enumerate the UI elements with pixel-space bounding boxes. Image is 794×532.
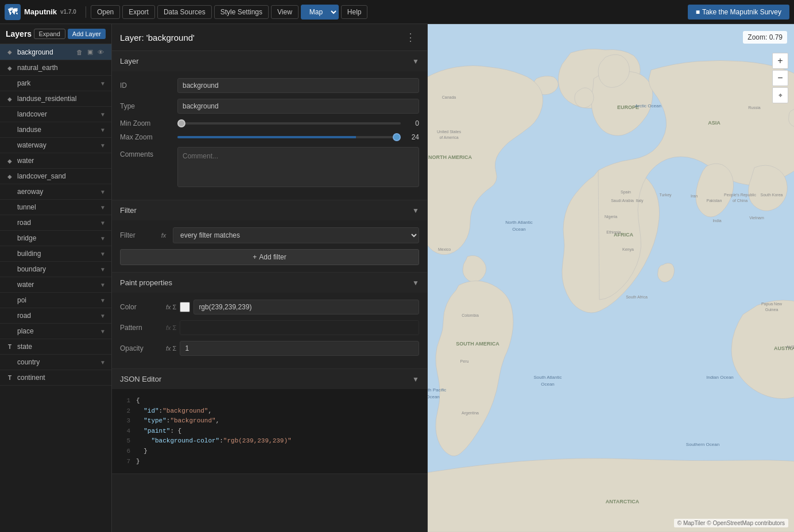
chevron-icon: ▼	[100, 297, 106, 304]
layer-copy-btn[interactable]: ▣	[86, 48, 95, 56]
svg-text:Vietnam: Vietnam	[749, 216, 764, 220]
layer-item-landcover-sand[interactable]: ◆ landcover_sand	[0, 169, 111, 184]
layer-item-boundary[interactable]: boundary ▼	[0, 262, 111, 277]
svg-text:ASIA: ASIA	[708, 120, 721, 126]
zoom-level-badge: Zoom: 0.79	[743, 31, 787, 44]
layer-section-header[interactable]: Layer ▼	[112, 51, 427, 71]
fx-icon-disabled: fx	[166, 324, 171, 331]
layer-item-park[interactable]: park ▼	[0, 76, 111, 91]
layer-item-landuse[interactable]: landuse ▼	[0, 122, 111, 138]
layer-item-water[interactable]: ◆ water	[0, 153, 111, 169]
view-select[interactable]: Map	[301, 5, 339, 20]
none-icon	[6, 250, 14, 258]
filter-section-content: Filter fx every filter matches any filte…	[112, 220, 427, 272]
chevron-icon: ▼	[100, 142, 106, 149]
help-button[interactable]: Help	[341, 5, 368, 19]
layer-name: aeroway	[17, 188, 99, 196]
svg-text:NORTH AMERICA: NORTH AMERICA	[428, 154, 472, 160]
view-button[interactable]: View	[271, 5, 299, 19]
filter-section-header[interactable]: Filter ▼	[112, 200, 427, 220]
layer-item-tunnel[interactable]: tunnel ▼	[0, 200, 111, 215]
fx-icon: fx	[159, 232, 168, 239]
svg-text:Nigeria: Nigeria	[605, 215, 617, 219]
map-area[interactable]: NORTH AMERICA SOUTH AMERICA AFRICA ASIA …	[428, 24, 794, 532]
max-zoom-value: 24	[405, 133, 419, 141]
add-layer-button[interactable]: Add Layer	[68, 29, 106, 39]
comments-label: Comments	[120, 147, 177, 158]
zoom-out-button[interactable]: −	[772, 70, 788, 86]
editor-header: Layer: 'background' ⋮	[112, 24, 427, 51]
svg-text:Pakistan: Pakistan	[707, 199, 722, 203]
layer-name: state	[17, 343, 106, 351]
layer-item-road2[interactable]: road ▼	[0, 308, 111, 324]
svg-text:India: India	[712, 219, 721, 223]
layer-name: waterway	[17, 141, 99, 149]
layer-item-continent[interactable]: T continent	[0, 370, 111, 386]
text-icon: T	[6, 374, 14, 382]
id-label: ID	[120, 81, 177, 90]
opacity-input[interactable]: 1	[180, 341, 419, 356]
type-label: Type	[120, 102, 177, 110]
layer-item-road[interactable]: road ▼	[0, 215, 111, 231]
layer-item-country[interactable]: country ▼	[0, 355, 111, 370]
svg-text:Spain: Spain	[621, 190, 631, 195]
svg-text:of China: of China	[733, 199, 747, 203]
layer-name: road	[17, 219, 99, 227]
comments-textarea[interactable]	[177, 147, 419, 187]
world-map-svg: NORTH AMERICA SOUTH AMERICA AFRICA ASIA …	[428, 24, 794, 532]
svg-text:South Atlantic: South Atlantic	[534, 375, 562, 380]
app-name: Maputnik	[24, 7, 57, 16]
datasources-button[interactable]: Data Sources	[157, 5, 212, 19]
svg-text:AUSTRALIA: AUSTRALIA	[787, 345, 794, 349]
zoom-in-button[interactable]: +	[772, 53, 788, 69]
none-icon	[6, 219, 14, 227]
zoom-reset-button[interactable]: ⌖	[772, 87, 788, 103]
fx-sigma-icons-opacity: fx Σ	[166, 345, 176, 352]
max-zoom-label: Max Zoom	[120, 133, 177, 141]
max-zoom-slider[interactable]	[177, 136, 401, 138]
layers-title: Layers	[6, 29, 32, 38]
svg-text:South Korea: South Korea	[761, 193, 783, 197]
layer-item-bridge[interactable]: bridge ▼	[0, 231, 111, 246]
editor-menu-button[interactable]: ⋮	[402, 30, 419, 45]
layer-item-place[interactable]: place ▼	[0, 324, 111, 339]
json-section-header[interactable]: JSON Editor ▼	[112, 369, 427, 389]
layer-visibility-btn[interactable]: 👁	[96, 48, 106, 56]
layer-delete-btn[interactable]: 🗑	[75, 48, 84, 56]
layer-name: landcover_sand	[17, 172, 106, 180]
svg-text:Italy: Italy	[636, 199, 644, 203]
add-filter-button[interactable]: + Add filter	[120, 249, 419, 265]
survey-button[interactable]: ■ Take the Maputnik Survey	[688, 5, 789, 20]
filter-section-toggle: ▼	[412, 207, 419, 215]
layer-item-poi[interactable]: poi ▼	[0, 293, 111, 308]
min-zoom-slider[interactable]	[177, 122, 401, 125]
layer-item-landuse-residential[interactable]: ◆ landuse_residential	[0, 91, 111, 107]
layer-item-natural-earth[interactable]: ◆ natural_earth	[0, 60, 111, 76]
layer-item-building[interactable]: building ▼	[0, 246, 111, 262]
layer-item-water2[interactable]: water ▼	[0, 277, 111, 293]
style-settings-button[interactable]: Style Settings	[214, 5, 269, 19]
color-input[interactable]: rgb(239,239,239)	[193, 300, 419, 314]
expand-button[interactable]: Expand	[34, 29, 65, 39]
layer-item-background[interactable]: ◆ background 🗑 ▣ 👁	[0, 44, 111, 60]
logo-icon: 🗺	[5, 4, 21, 20]
layer-item-state[interactable]: T state	[0, 339, 111, 355]
layer-name: road	[17, 312, 99, 320]
export-button[interactable]: Export	[122, 5, 155, 19]
layers-panel: Layers Expand Add Layer ◆ background 🗑 ▣…	[0, 24, 112, 532]
json-editor-content[interactable]: 1{ 2 "id": "background", 3 "type": "back…	[112, 389, 427, 473]
layer-section-content: ID background Type background Min Zoom 0…	[112, 71, 427, 200]
color-swatch[interactable]	[180, 302, 190, 312]
layer-item-aeroway[interactable]: aeroway ▼	[0, 184, 111, 200]
layer-section-title: Layer	[120, 57, 139, 65]
open-button[interactable]: Open	[91, 5, 120, 19]
none-icon	[6, 126, 14, 134]
layer-item-waterway[interactable]: waterway ▼	[0, 138, 111, 153]
filter-select[interactable]: every filter matches any filter matches	[173, 227, 419, 243]
chevron-icon: ▼	[100, 111, 106, 118]
layer-name: tunnel	[17, 203, 99, 211]
layer-item-landcover[interactable]: landcover ▼	[0, 107, 111, 122]
layer-name: place	[17, 327, 99, 335]
pattern-input[interactable]	[180, 320, 419, 335]
paint-section-header[interactable]: Paint properties ▼	[112, 273, 427, 293]
